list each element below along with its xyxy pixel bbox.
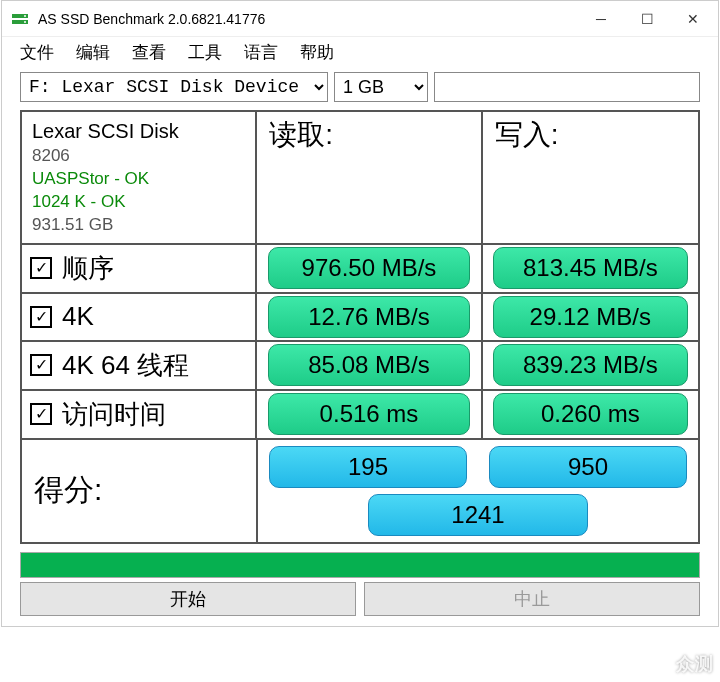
score-total: 1241 xyxy=(368,494,588,536)
score-write: 950 xyxy=(489,446,687,488)
menu-help[interactable]: 帮助 xyxy=(300,41,334,64)
progress-fill xyxy=(21,553,699,577)
4k-checkbox[interactable]: ✓ xyxy=(30,306,52,328)
minimize-button[interactable]: ─ xyxy=(578,1,624,37)
drive-info: Lexar SCSI Disk 8206 UASPStor - OK 1024 … xyxy=(22,112,257,243)
watermark: 众测 xyxy=(676,652,714,676)
drive-capacity: 931.51 GB xyxy=(32,214,113,237)
toolbar: F: Lexar SCSI Disk Device 1 GB xyxy=(2,70,718,110)
acc-checkbox[interactable]: ✓ xyxy=(30,403,52,425)
svg-point-2 xyxy=(24,15,26,17)
abort-button[interactable]: 中止 xyxy=(364,582,700,616)
4k-read: 12.76 MB/s xyxy=(268,296,471,338)
acc-row-label: ✓ 访问时间 xyxy=(22,391,257,438)
status-field xyxy=(434,72,700,102)
seq-row-label: ✓ 顺序 xyxy=(22,245,257,292)
4k64-row-label: ✓ 4K 64 线程 xyxy=(22,342,257,389)
menu-language[interactable]: 语言 xyxy=(244,41,278,64)
menu-edit[interactable]: 编辑 xyxy=(76,41,110,64)
start-button[interactable]: 开始 xyxy=(20,582,356,616)
4k64-write: 839.23 MB/s xyxy=(493,344,688,386)
score-cells: 195 950 1241 xyxy=(258,440,698,542)
button-row: 开始 中止 xyxy=(20,582,700,616)
score-label: 得分: xyxy=(22,440,258,542)
alignment-status: 1024 K - OK xyxy=(32,191,126,214)
seq-read: 976.50 MB/s xyxy=(268,247,471,289)
menu-tools[interactable]: 工具 xyxy=(188,41,222,64)
results-grid: Lexar SCSI Disk 8206 UASPStor - OK 1024 … xyxy=(20,110,700,544)
4k-write: 29.12 MB/s xyxy=(493,296,688,338)
svg-point-3 xyxy=(24,21,26,23)
score-read: 195 xyxy=(269,446,467,488)
write-header: 写入: xyxy=(483,112,698,243)
drive-model: Lexar SCSI Disk xyxy=(32,118,179,145)
menu-file[interactable]: 文件 xyxy=(20,41,54,64)
app-icon xyxy=(10,9,30,29)
progress-bar xyxy=(20,552,700,578)
drive-select[interactable]: F: Lexar SCSI Disk Device xyxy=(20,72,328,102)
acc-read: 0.516 ms xyxy=(268,393,471,435)
window-title: AS SSD Benchmark 2.0.6821.41776 xyxy=(38,11,578,27)
driver-status: UASPStor - OK xyxy=(32,168,149,191)
read-header: 读取: xyxy=(257,112,482,243)
4k64-read: 85.08 MB/s xyxy=(268,344,471,386)
size-select[interactable]: 1 GB xyxy=(334,72,428,102)
maximize-button[interactable]: ☐ xyxy=(624,1,670,37)
seq-write: 813.45 MB/s xyxy=(493,247,688,289)
app-window: AS SSD Benchmark 2.0.6821.41776 ─ ☐ ✕ 文件… xyxy=(1,0,719,627)
drive-firmware: 8206 xyxy=(32,145,70,168)
4k-row-label: ✓ 4K xyxy=(22,294,257,340)
menubar: 文件 编辑 查看 工具 语言 帮助 xyxy=(2,37,718,70)
4k64-checkbox[interactable]: ✓ xyxy=(30,354,52,376)
close-button[interactable]: ✕ xyxy=(670,1,716,37)
titlebar: AS SSD Benchmark 2.0.6821.41776 ─ ☐ ✕ xyxy=(2,1,718,37)
seq-checkbox[interactable]: ✓ xyxy=(30,257,52,279)
menu-view[interactable]: 查看 xyxy=(132,41,166,64)
acc-write: 0.260 ms xyxy=(493,393,688,435)
